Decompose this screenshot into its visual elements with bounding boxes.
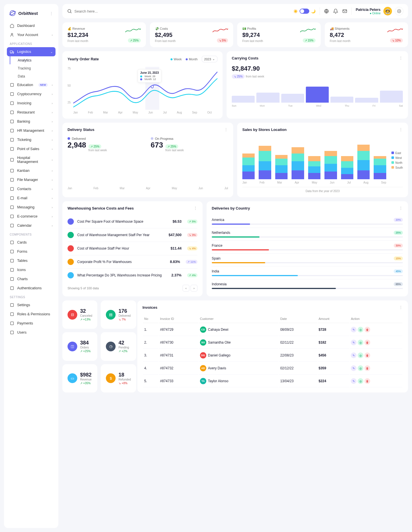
nav-item-e-mail[interactable]: E-mail› [7, 194, 56, 203]
kpi-shipments: 🚚 Shipments 8,472 From last month ↘ 10% [325, 22, 408, 47]
invoice-row: 1.#874729 CDCahaya Dewi 08/09/23$728 ✎ ◎… [143, 324, 402, 336]
nav-item-invoicing[interactable]: Invoicing› [7, 99, 56, 108]
next-page-button[interactable]: › [191, 285, 197, 292]
card-more-icon[interactable]: ⋮ [399, 206, 403, 210]
topbar: ☀️ 🌙 Patricia Peters Online 👩‍🚀 [62, 4, 408, 18]
gear-icon [397, 9, 401, 13]
svg-point-32 [68, 9, 71, 13]
nav-label: E-commerce [17, 214, 37, 218]
nav-item-ticketing[interactable]: Ticketing› [7, 135, 56, 144]
edit-button[interactable]: ✎ [351, 340, 356, 345]
view-button[interactable]: ◎ [358, 327, 363, 332]
svg-rect-7 [11, 93, 14, 96]
nav-item-messaging[interactable]: Messaging› [7, 203, 56, 212]
card-more-icon[interactable]: ⋮ [399, 305, 403, 310]
nav-item-cryptocurrency[interactable]: Cryptocurrency› [7, 89, 56, 99]
nav-item-restaurant[interactable]: Restaurant› [7, 108, 56, 117]
nav-item-cards[interactable]: Cards [7, 238, 56, 247]
chevron-icon: › [52, 120, 53, 123]
country-row: Netherlands25% [212, 228, 403, 241]
nav-item-tables[interactable]: Tables [7, 256, 56, 265]
mini-stat-orders: ◫ 384Orders ↗ +25% [62, 332, 97, 360]
card-more-icon[interactable]: ⋮ [399, 127, 403, 132]
brand-menu-icon[interactable]: ⋮ [49, 11, 53, 15]
nav-item-icons[interactable]: Icons [7, 265, 56, 274]
card-more-icon[interactable]: ⋮ [193, 206, 197, 210]
search-input[interactable] [74, 9, 289, 13]
delete-button[interactable]: 🗑 [365, 327, 370, 332]
nav-item-users[interactable]: Users [7, 328, 56, 337]
nav-item-dashboard[interactable]: Dashboard [7, 21, 56, 30]
kpi-revenue: 💰 Revenue $12,234 From last month ↗ 25% [62, 22, 146, 47]
mail-icon[interactable] [342, 9, 347, 14]
ticket-icon [10, 138, 14, 142]
nav-item-e-commerce[interactable]: E-commerce› [7, 212, 56, 221]
nav-item-forms[interactable]: Forms [7, 247, 56, 256]
globe-icon[interactable] [324, 9, 329, 14]
kpi-profits: 💵 Profits $9,274 From last month ↗ 15% [237, 22, 321, 47]
nav-item-charts[interactable]: Charts [7, 274, 56, 284]
view-button[interactable]: ◎ [358, 352, 363, 358]
sales-stores-card: Sales by Stores Location⋮ JanFebMarAprMa… [237, 123, 408, 197]
chevron-icon: › [52, 158, 53, 162]
customer-avatar: CD [200, 326, 206, 333]
user-block[interactable]: Patricia Peters Online 👩‍🚀 [356, 7, 403, 15]
edit-button[interactable]: ✎ [351, 378, 356, 384]
theme-switch[interactable] [300, 9, 309, 14]
nav-item-authentications[interactable]: Authentications [7, 284, 56, 293]
nav-item-education[interactable]: EducationNEW› [7, 80, 56, 89]
nav-item-settings[interactable]: Settings [7, 300, 56, 310]
svg-rect-22 [11, 241, 14, 244]
nav-item-logistics[interactable]: Logistics⌄ [7, 47, 56, 56]
card-more-icon[interactable]: ⋮ [399, 56, 403, 60]
bell-icon[interactable] [333, 9, 338, 14]
dollar-icon: $ [106, 373, 116, 383]
kpi-row: 💰 Revenue $12,234 From last month ↗ 25%💸… [62, 22, 408, 47]
delete-button[interactable]: 🗑 [365, 352, 370, 358]
prev-page-button[interactable]: ‹ [183, 285, 189, 292]
nav-label: Banking [17, 119, 30, 123]
edit-button[interactable]: ✎ [351, 352, 356, 358]
card-more-icon[interactable]: ⋮ [224, 127, 228, 132]
nav-item-file-manager[interactable]: File Manager› [7, 175, 56, 184]
nav-item-kanban[interactable]: Kanban› [7, 166, 56, 175]
svg-rect-25 [11, 268, 14, 272]
nav-item-calendar[interactable]: Calendar› [7, 221, 56, 230]
sub-item-data[interactable]: Data [10, 72, 56, 80]
invoice-row: 5.#874733 TATaylor Alonso 13/04/23$224 ✎… [143, 375, 402, 387]
hr-icon [10, 128, 14, 133]
nav-item-roles-permissions[interactable]: Roles & Permissions [7, 310, 56, 319]
nav-item-your-account[interactable]: Your Account› [7, 30, 56, 39]
nav-item-banking[interactable]: Banking› [7, 117, 56, 126]
chevron-icon: › [52, 148, 53, 151]
view-button[interactable]: ◎ [358, 340, 363, 345]
edit-button[interactable]: ✎ [351, 365, 356, 371]
nav-label: Calendar [17, 224, 32, 228]
nav-label: Tables [17, 259, 27, 263]
warehouse-row: Cost of Warehouse Staff Per Hour $11.44 … [68, 242, 197, 255]
chevron-icon: › [52, 178, 53, 182]
nav-item-hr-management[interactable]: HR Management› [7, 126, 56, 135]
nav-label: Roles & Permissions [17, 312, 50, 316]
nav-item-point-of-sales[interactable]: Point of Sales› [7, 144, 56, 154]
delete-button[interactable]: 🗑 [365, 365, 370, 371]
delete-button[interactable]: 🗑 [365, 378, 370, 384]
settings-button[interactable] [395, 7, 403, 15]
mini-stat-revenue: ▭ $982Revenue ↗ +35% [62, 364, 97, 392]
warehouse-row: Corporate Profit % For Warehouses 8.83% … [68, 255, 197, 269]
sub-item-analytics[interactable]: Analytics [10, 56, 56, 64]
nav-section-apps: APPLICATIONS [7, 39, 56, 47]
sub-item-tracking[interactable]: Tracking [10, 64, 56, 72]
nav-item-hospital-management[interactable]: Hospital Management› [7, 154, 56, 166]
nav-item-payments[interactable]: Payments [7, 319, 56, 328]
sliders-icon [10, 303, 14, 307]
view-button[interactable]: ◎ [358, 365, 363, 371]
nav-label: Hospital Management [17, 156, 49, 164]
delete-button[interactable]: 🗑 [365, 340, 370, 345]
edit-button[interactable]: ✎ [351, 327, 356, 332]
year-select[interactable]: 2023 ⌄ [202, 56, 217, 62]
nav-item-contacts[interactable]: Contacts› [7, 184, 56, 194]
warehouse-row: Cost Per Square Foot of Warehouse Space … [68, 215, 197, 228]
view-button[interactable]: ◎ [358, 378, 363, 384]
new-badge: NEW [38, 83, 48, 87]
